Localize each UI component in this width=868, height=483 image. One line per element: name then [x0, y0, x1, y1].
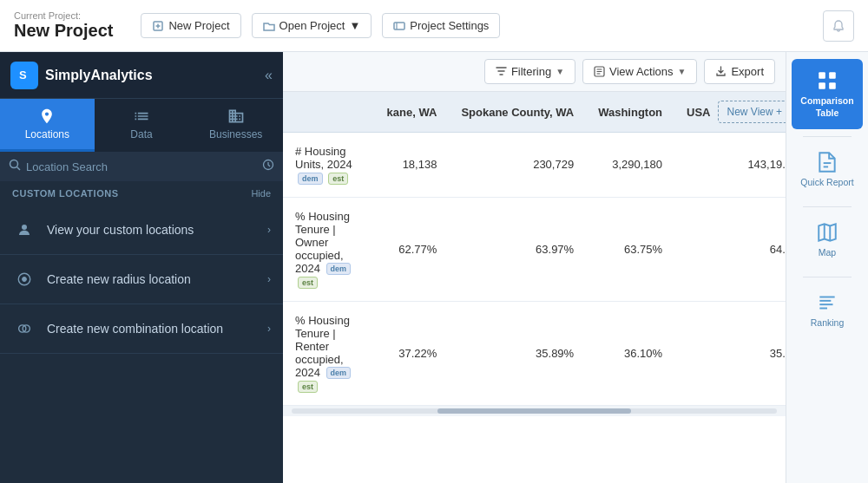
comparison-table-panel-item[interactable]: Comparison Table — [792, 59, 863, 129]
svg-text:S: S — [19, 69, 27, 82]
view-actions-caret: ▼ — [678, 67, 687, 76]
custom-locations-title: CUSTOM LOCATIONS — [12, 188, 118, 199]
hide-button[interactable]: Hide — [251, 188, 271, 199]
logo-text: SimplyAnalytics — [45, 68, 153, 83]
combination-icon — [12, 317, 36, 341]
usa-column-header: USA New View + — [674, 92, 786, 133]
variable-cell: % Housing Tenure | Renter occupied, 2024… — [283, 301, 375, 405]
right-panel: Comparison Table Quick Report Map — [786, 52, 868, 483]
variable-column-header — [283, 92, 375, 133]
washington-cell: 3,290,180 — [586, 133, 674, 198]
panel-separator-2 — [803, 206, 852, 207]
filtering-caret: ▼ — [556, 67, 564, 76]
svg-rect-17 — [829, 72, 836, 79]
table-row: # Housing Units, 2024 dem est 18,138 230… — [283, 133, 786, 198]
new-project-button[interactable]: New Project — [141, 13, 240, 38]
dem-tag: dem — [326, 367, 352, 379]
spokane-county-cell: 35.89% — [449, 301, 586, 405]
sidebar-collapse-button[interactable]: « — [265, 68, 273, 83]
svg-rect-16 — [819, 72, 825, 79]
svg-point-10 — [22, 225, 27, 230]
comparison-table: kane, WA Spokane County, WA Washington U… — [283, 92, 786, 406]
svg-line-8 — [17, 167, 21, 171]
create-combination-location-label: Create new combination location — [47, 322, 257, 336]
create-combination-location-item[interactable]: Create new combination location › — [0, 304, 283, 354]
top-bar: Current Project: New Project New Project… — [0, 0, 868, 52]
est-tag: est — [298, 277, 318, 289]
view-actions-button[interactable]: View Actions ▼ — [582, 59, 697, 84]
spokane-county-column-header: Spokane County, WA — [449, 92, 586, 133]
panel-separator-1 — [803, 136, 852, 137]
washington-cell: 63.75% — [586, 197, 674, 301]
est-tag: est — [298, 381, 318, 393]
map-panel-item[interactable]: Map — [792, 211, 863, 270]
panel-separator-3 — [803, 277, 852, 277]
location-search-bar — [0, 152, 283, 181]
notifications-button[interactable] — [823, 10, 854, 42]
person-icon — [12, 218, 36, 242]
chevron-right-icon-3: › — [267, 323, 271, 335]
search-icon — [9, 159, 21, 174]
sidebar-nav: Locations Data Businesses — [0, 99, 283, 152]
usa-cell: 35... — [674, 301, 786, 405]
table-row: % Housing Tenure | Owner occupied, 2024 … — [283, 197, 786, 301]
svg-rect-3 — [394, 23, 404, 29]
ranking-panel-item[interactable]: Ranking — [792, 281, 863, 340]
export-button[interactable]: Export — [704, 59, 775, 84]
svg-point-7 — [10, 160, 18, 168]
create-radius-location-item[interactable]: Create new radius location › — [0, 255, 283, 304]
svg-rect-19 — [829, 82, 836, 89]
project-name: New Project — [14, 21, 113, 41]
horizontal-scrollbar[interactable] — [283, 406, 786, 416]
chevron-right-icon: › — [267, 224, 271, 236]
scrollbar-track — [292, 408, 777, 414]
radius-icon — [12, 267, 36, 291]
businesses-label: Businesses — [209, 128, 262, 140]
search-history-icon[interactable] — [262, 159, 274, 174]
spokane-county-cell: 63.97% — [449, 197, 586, 301]
create-radius-location-label: Create new radius location — [47, 272, 257, 286]
view-custom-locations-item[interactable]: View your custom locations › — [0, 206, 283, 255]
main-layout: S SimplyAnalytics « Locations Data Busin… — [0, 52, 868, 483]
dem-tag: dem — [326, 263, 352, 275]
data-label: Data — [130, 128, 152, 140]
project-settings-button[interactable]: Project Settings — [382, 13, 500, 38]
quick-report-panel-item[interactable]: Quick Report — [792, 140, 863, 199]
sidebar-item-data[interactable]: Data — [95, 99, 189, 152]
project-section: Current Project: New Project — [14, 10, 120, 41]
usa-cell: 143,19... — [674, 133, 786, 198]
variable-cell: % Housing Tenure | Owner occupied, 2024 … — [283, 197, 375, 301]
chevron-right-icon-2: › — [267, 273, 271, 285]
locations-label: Locations — [25, 128, 69, 140]
spokane-county-cell: 230,729 — [449, 133, 586, 198]
logo-icon: S — [10, 62, 38, 89]
table-row: % Housing Tenure | Renter occupied, 2024… — [283, 301, 786, 405]
search-input[interactable] — [26, 160, 257, 173]
svg-point-12 — [23, 277, 27, 282]
spokane-cell: 37.22% — [375, 301, 450, 405]
table-header-row: kane, WA Spokane County, WA Washington U… — [283, 92, 786, 133]
spokane-cell: 62.77% — [375, 197, 450, 301]
sidebar-item-locations[interactable]: Locations — [0, 99, 95, 152]
open-project-button[interactable]: Open Project ▼ — [252, 13, 372, 38]
dem-tag: dem — [298, 173, 323, 185]
current-project-label: Current Project: — [14, 10, 120, 21]
data-table-container: kane, WA Spokane County, WA Washington U… — [283, 92, 786, 483]
spokane-column-header: kane, WA — [375, 92, 450, 133]
content-toolbar: Filtering ▼ View Actions ▼ Export — [283, 52, 786, 92]
washington-column-header: Washington — [586, 92, 674, 133]
scrollbar-thumb[interactable] — [437, 408, 632, 414]
usa-cell: 64... — [674, 197, 786, 301]
svg-marker-22 — [819, 224, 836, 241]
custom-locations-section: CUSTOM LOCATIONS Hide — [0, 181, 283, 206]
svg-rect-18 — [819, 82, 825, 89]
filtering-button[interactable]: Filtering ▼ — [484, 59, 575, 84]
est-tag: est — [328, 173, 348, 185]
view-custom-locations-label: View your custom locations — [47, 223, 257, 237]
spokane-cell: 18,138 — [375, 133, 450, 198]
sidebar: S SimplyAnalytics « Locations Data Busin… — [0, 52, 283, 483]
content-area: Filtering ▼ View Actions ▼ Export — [283, 52, 786, 483]
variable-cell: # Housing Units, 2024 dem est — [283, 133, 375, 198]
new-view-button[interactable]: New View + — [718, 101, 786, 123]
sidebar-item-businesses[interactable]: Businesses — [188, 99, 283, 152]
